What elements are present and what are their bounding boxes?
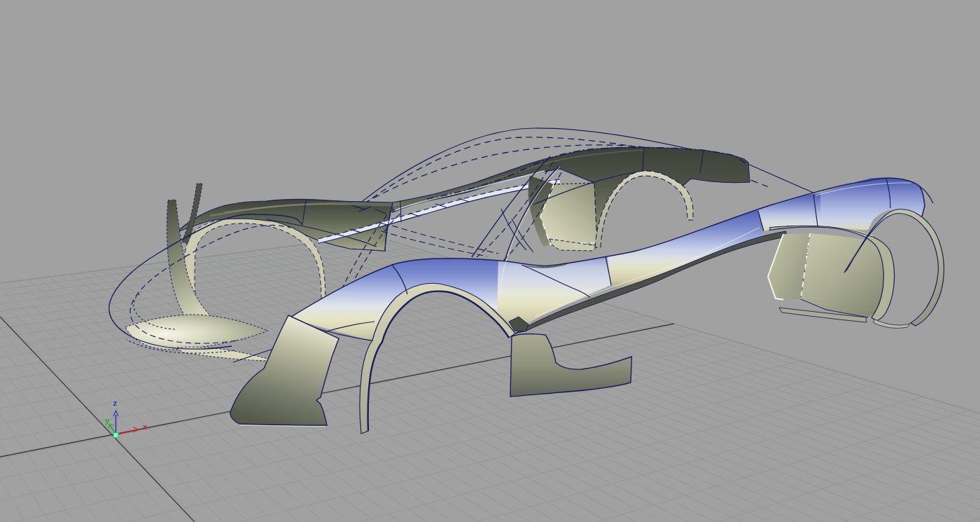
svg-text:y: y <box>105 416 110 425</box>
svg-text:z: z <box>113 399 118 407</box>
svg-text:x: x <box>143 423 148 431</box>
